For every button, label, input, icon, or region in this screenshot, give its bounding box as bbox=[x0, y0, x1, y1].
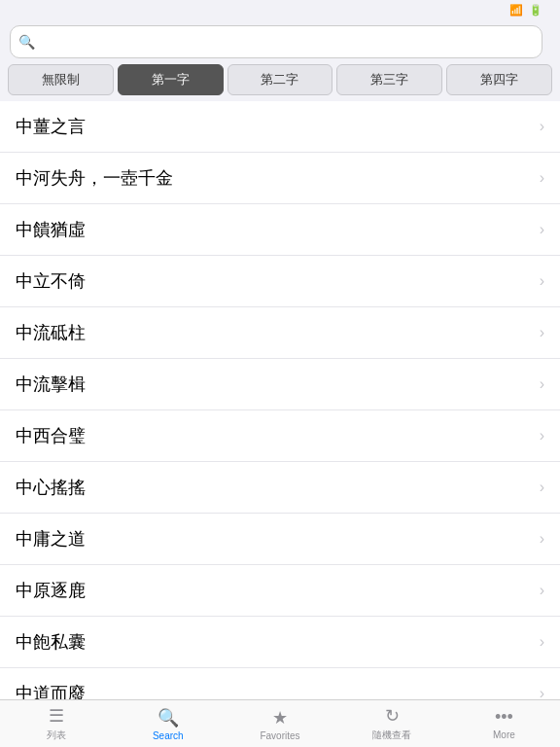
list-item-text: 中流擊楫 bbox=[16, 373, 86, 396]
list-item-text: 中飽私囊 bbox=[16, 630, 86, 654]
tab-search[interactable]: 🔍Search bbox=[112, 700, 224, 747]
list-item-text: 中原逐鹿 bbox=[16, 579, 86, 602]
list-container: 中薑之言 › 中河失舟，一壺千金 › 中饋猶虛 › 中立不倚 › 中流砥柱 › … bbox=[0, 101, 560, 699]
list-item-text: 中河失舟，一壺千金 bbox=[16, 166, 173, 190]
chevron-right-icon: › bbox=[540, 685, 544, 699]
random-tab-icon: ↻ bbox=[385, 705, 400, 727]
tab-list[interactable]: ☰列表 bbox=[0, 700, 112, 747]
list-item-text: 中流砥柱 bbox=[16, 321, 86, 344]
list-item-text: 中心搖搖 bbox=[16, 476, 86, 499]
list-tab-label: 列表 bbox=[47, 729, 66, 742]
search-icon: 🔍 bbox=[18, 34, 35, 50]
more-tab-icon: ••• bbox=[495, 707, 513, 728]
tab-favorites[interactable]: ★Favorites bbox=[224, 700, 335, 747]
chevron-right-icon: › bbox=[540, 479, 544, 496]
list-item[interactable]: 中道而廢 › bbox=[0, 668, 560, 699]
list-item-text: 中西合璧 bbox=[16, 424, 86, 447]
status-right: 📶 🔋 bbox=[504, 4, 548, 17]
wifi-icon: 📶 bbox=[509, 4, 523, 17]
tab-bar: ☰列表🔍Search★Favorites↻隨機查看•••More bbox=[0, 699, 560, 747]
tab-random[interactable]: ↻隨機查看 bbox=[336, 700, 448, 747]
random-tab-label: 隨機查看 bbox=[372, 729, 411, 742]
list-item[interactable]: 中飽私囊 › bbox=[0, 617, 560, 668]
segment-item-3[interactable]: 第三字 bbox=[336, 64, 442, 95]
list-item[interactable]: 中饋猶虛 › bbox=[0, 204, 560, 256]
list-tab-icon: ☰ bbox=[49, 705, 64, 727]
list-item[interactable]: 中河失舟，一壺千金 › bbox=[0, 153, 560, 204]
tab-more[interactable]: •••More bbox=[448, 700, 560, 747]
list-item[interactable]: 中流砥柱 › bbox=[0, 307, 560, 359]
chevron-right-icon: › bbox=[540, 633, 544, 651]
favorites-tab-label: Favorites bbox=[260, 730, 299, 741]
search-tab-label: Search bbox=[153, 730, 184, 741]
search-bar: 🔍 bbox=[10, 25, 542, 58]
list-item[interactable]: 中庸之道 › bbox=[0, 514, 560, 565]
chevron-right-icon: › bbox=[540, 221, 544, 238]
list-item-text: 中饋猶虛 bbox=[16, 218, 86, 241]
search-bar-container: 🔍 bbox=[0, 19, 560, 64]
segment-item-4[interactable]: 第四字 bbox=[446, 64, 552, 95]
list-item[interactable]: 中心搖搖 › bbox=[0, 462, 560, 514]
segment-item-2[interactable]: 第二字 bbox=[228, 64, 333, 95]
chevron-right-icon: › bbox=[540, 324, 544, 341]
chevron-right-icon: › bbox=[540, 118, 544, 135]
list-item[interactable]: 中薑之言 › bbox=[0, 101, 560, 153]
battery-icon: 🔋 bbox=[529, 4, 542, 17]
chevron-right-icon: › bbox=[540, 530, 544, 548]
chevron-right-icon: › bbox=[540, 272, 544, 290]
list-item-text: 中道而廢 bbox=[16, 682, 86, 699]
status-bar: 📶 🔋 bbox=[0, 0, 560, 19]
chevron-right-icon: › bbox=[540, 582, 544, 599]
segment-control: 無限制第一字第二字第三字第四字 bbox=[0, 64, 560, 101]
more-tab-label: More bbox=[493, 729, 515, 740]
list-item[interactable]: 中原逐鹿 › bbox=[0, 565, 560, 617]
list-item-text: 中庸之道 bbox=[16, 527, 86, 551]
favorites-tab-icon: ★ bbox=[272, 707, 288, 729]
list-item-text: 中薑之言 bbox=[16, 115, 86, 138]
search-tab-icon: 🔍 bbox=[158, 707, 179, 729]
list-item-text: 中立不倚 bbox=[16, 269, 86, 293]
chevron-right-icon: › bbox=[540, 427, 544, 445]
chevron-right-icon: › bbox=[540, 375, 544, 393]
list-item[interactable]: 中流擊楫 › bbox=[0, 359, 560, 410]
segment-item-0[interactable]: 無限制 bbox=[8, 64, 114, 95]
segment-item-1[interactable]: 第一字 bbox=[118, 64, 224, 95]
list-item[interactable]: 中立不倚 › bbox=[0, 256, 560, 307]
chevron-right-icon: › bbox=[540, 169, 544, 187]
list-item[interactable]: 中西合璧 › bbox=[0, 410, 560, 462]
